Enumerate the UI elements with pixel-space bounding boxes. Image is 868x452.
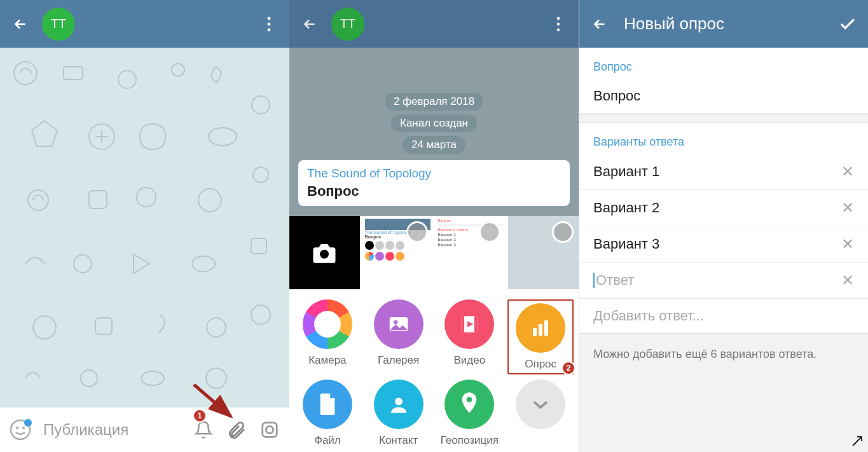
- svg-point-9: [28, 190, 48, 210]
- svg-rect-28: [263, 423, 277, 437]
- select-circle-icon[interactable]: [479, 221, 500, 243]
- attach-location[interactable]: Геопозиция: [437, 380, 503, 447]
- svg-point-11: [198, 189, 221, 212]
- section-divider: [579, 114, 868, 123]
- svg-point-1: [268, 22, 271, 25]
- back-icon[interactable]: [8, 11, 33, 37]
- doodle-pattern: [0, 48, 289, 407]
- attach-contact[interactable]: Контакт: [366, 380, 432, 447]
- back-icon[interactable]: [297, 11, 322, 37]
- options-hint-text: Можно добавить ещё 6 вариантов ответа.: [593, 348, 816, 360]
- confirm-icon[interactable]: [835, 11, 860, 37]
- svg-point-31: [557, 17, 560, 20]
- attach-camera[interactable]: Камера: [294, 299, 361, 374]
- more-icon[interactable]: [546, 11, 571, 37]
- photo-thumbnail[interactable]: The Sound of Topology Вопрос: [362, 216, 433, 289]
- svg-rect-4: [64, 67, 83, 79]
- svg-point-33: [557, 28, 560, 31]
- avatar[interactable]: TT: [331, 8, 364, 41]
- avatar[interactable]: TT: [42, 8, 75, 41]
- chat-messages: 2 февраля 2018 Канал создан 24 марта The…: [289, 89, 579, 206]
- attach-gallery[interactable]: Галерея: [366, 299, 432, 374]
- svg-point-14: [33, 316, 56, 339]
- header-bar: Новый опрос: [579, 0, 868, 48]
- svg-point-18: [141, 371, 164, 385]
- pane-new-poll: Новый опрос Вопрос Вопрос Варианты ответ…: [579, 0, 868, 452]
- svg-rect-22: [251, 238, 266, 254]
- svg-point-5: [118, 71, 136, 88]
- svg-point-19: [206, 368, 226, 388]
- camera-shortcut-icon[interactable]: [259, 419, 280, 441]
- back-icon[interactable]: [587, 11, 612, 37]
- option-text: Вариант 3: [593, 236, 659, 252]
- mute-icon[interactable]: [193, 419, 214, 441]
- attach-label: Видео: [454, 354, 486, 367]
- remove-option-icon[interactable]: ✕: [835, 199, 854, 217]
- svg-point-36: [394, 320, 397, 324]
- select-circle-icon[interactable]: [552, 221, 574, 243]
- question-input-text: Вопрос: [593, 88, 640, 104]
- attach-collapse[interactable]: [507, 380, 574, 447]
- attach-video[interactable]: Видео: [437, 299, 503, 374]
- svg-point-17: [81, 370, 97, 387]
- option-text: Вариант 2: [593, 200, 659, 216]
- svg-point-27: [24, 419, 32, 427]
- options-section-label: Варианты ответа: [579, 123, 868, 154]
- pane-chat-empty: TT: [0, 0, 289, 452]
- message-input[interactable]: Публикация: [43, 421, 181, 439]
- header-bar: TT: [0, 0, 289, 48]
- select-circle-icon[interactable]: [406, 221, 428, 243]
- attach-label: Опрос: [525, 358, 556, 371]
- svg-point-6: [172, 64, 184, 76]
- question-input[interactable]: Вопрос: [579, 79, 868, 114]
- attach-label: Геопозиция: [441, 434, 499, 447]
- svg-rect-39: [474, 316, 478, 332]
- photo-thumbnail[interactable]: [508, 216, 579, 289]
- poll-message[interactable]: The Sound of Topology Вопрос: [298, 160, 570, 206]
- chat-background: [0, 48, 289, 407]
- option-row[interactable]: Вариант 1 ✕: [579, 154, 868, 190]
- svg-point-21: [253, 167, 268, 182]
- svg-point-13: [192, 256, 215, 271]
- attach-file[interactable]: Файл: [294, 380, 361, 447]
- attach-label: [539, 434, 542, 447]
- svg-point-34: [320, 249, 329, 258]
- svg-rect-15: [95, 318, 112, 334]
- attach-icon[interactable]: [226, 419, 247, 441]
- svg-rect-41: [539, 324, 542, 336]
- photo-thumbnail[interactable]: Вопрос Варианты ответа Вариант 1 Вариант…: [436, 216, 506, 289]
- svg-point-3: [14, 62, 37, 85]
- attach-label: Галерея: [378, 354, 419, 367]
- system-message: Канал создан: [391, 114, 477, 132]
- resize-handle-icon: [850, 434, 864, 448]
- svg-point-29: [266, 426, 273, 433]
- option-row-editing[interactable]: Ответ ✕: [579, 263, 868, 299]
- attach-label: Файл: [314, 434, 341, 447]
- attach-label: Контакт: [379, 434, 418, 447]
- svg-point-32: [557, 22, 560, 25]
- svg-point-26: [22, 427, 25, 429]
- attachment-sheet: The Sound of Topology Вопрос: [289, 216, 579, 452]
- page-title: Новый опрос: [624, 14, 835, 34]
- svg-rect-10: [89, 191, 107, 209]
- option-row[interactable]: Вариант 3 ✕: [579, 226, 868, 263]
- remove-option-icon[interactable]: ✕: [835, 163, 854, 181]
- svg-point-0: [268, 17, 271, 20]
- remove-option-icon[interactable]: ✕: [835, 271, 854, 289]
- camera-thumbnail[interactable]: [289, 216, 360, 289]
- svg-point-20: [252, 96, 270, 114]
- remove-option-icon[interactable]: ✕: [835, 235, 854, 253]
- emoji-icon[interactable]: [9, 418, 32, 441]
- svg-rect-40: [533, 328, 537, 336]
- attach-label: Камера: [308, 354, 346, 367]
- add-option-row[interactable]: Добавить ответ...: [579, 299, 868, 333]
- svg-point-16: [207, 318, 226, 337]
- svg-point-23: [251, 305, 270, 324]
- svg-point-43: [395, 398, 403, 406]
- date-separator: 24 марта: [403, 136, 465, 154]
- more-icon[interactable]: [256, 11, 282, 37]
- option-row[interactable]: Вариант 2 ✕: [579, 190, 868, 226]
- question-section-label: Вопрос: [579, 48, 868, 79]
- add-option-text: Добавить ответ...: [593, 308, 704, 324]
- date-separator: 2 февраля 2018: [385, 93, 483, 111]
